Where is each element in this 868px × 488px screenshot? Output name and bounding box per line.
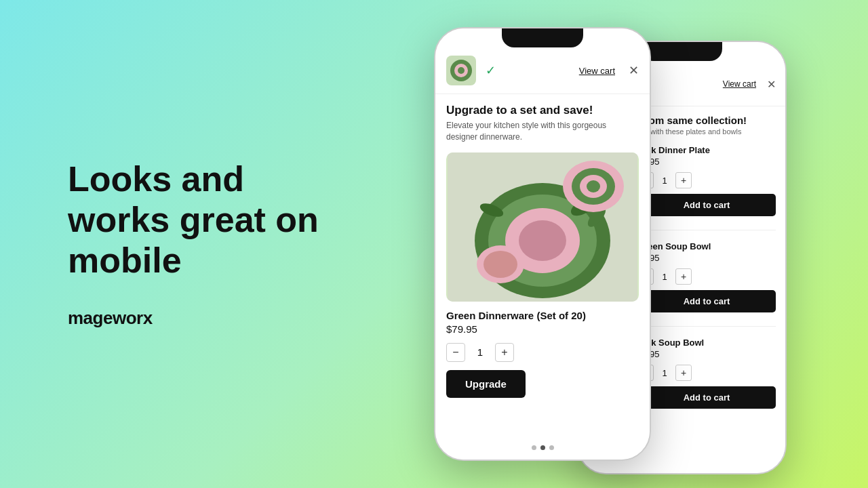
item-qty-row-1: − 1 + (637, 172, 776, 188)
qty-decrease-btn[interactable]: − (446, 343, 465, 362)
front-phone: ✓ View cart ✕ Upgrade to a set and save!… (434, 27, 651, 461)
item-qty-row-3: − 1 + (637, 365, 776, 381)
front-close-icon[interactable]: ✕ (629, 63, 639, 78)
dot-2[interactable] (540, 445, 545, 450)
item-qty-val-3: 1 (659, 368, 670, 378)
front-phone-body: Upgrade to a set and save! Elevate your … (435, 94, 650, 407)
back-view-cart-link[interactable]: View cart (723, 79, 756, 89)
add-to-cart-btn-2[interactable]: Add to cart (637, 290, 776, 312)
pagination-dots (435, 445, 650, 450)
item-info-3: Pink Soup Bowl $8.95 − 1 + Add to cart (637, 338, 776, 409)
add-to-cart-btn-1[interactable]: Add to cart (637, 194, 776, 216)
upgrade-desc: Elevate your kitchen style with this gor… (446, 120, 639, 143)
product-price: $79.95 (446, 323, 639, 335)
front-phone-notch (502, 28, 583, 47)
dot-3[interactable] (549, 445, 554, 450)
upgrade-button[interactable]: Upgrade (446, 370, 526, 398)
svg-point-3 (458, 67, 465, 74)
hero-title: Looks and works great on mobile (68, 159, 339, 281)
item-price-3: $8.95 (637, 349, 776, 359)
item-qty-increase-2[interactable]: + (675, 268, 692, 285)
item-qty-val-1: 1 (659, 176, 670, 186)
qty-row: − 1 + (446, 343, 639, 362)
dot-1[interactable] (532, 445, 536, 450)
upgrade-title: Upgrade to a set and save! (446, 104, 639, 117)
item-name-3: Pink Soup Bowl (637, 338, 776, 348)
item-info-1: Pink Dinner Plate $9.95 − 1 + Add to car… (637, 145, 776, 216)
svg-point-17 (587, 180, 600, 192)
front-phone-screen: ✓ View cart ✕ Upgrade to a set and save!… (435, 28, 650, 460)
front-view-cart-link[interactable]: View cart (579, 66, 615, 76)
back-close-icon[interactable]: ✕ (767, 78, 776, 91)
item-name-2: Green Soup Bowl (637, 241, 776, 251)
brand-logo: mageworx (68, 308, 339, 329)
front-phone-thumb (446, 56, 476, 85)
product-name: Green Dinnerware (Set of 20) (446, 310, 639, 321)
svg-point-10 (484, 251, 517, 278)
qty-value: 1 (473, 346, 487, 358)
item-qty-increase-3[interactable]: + (675, 365, 692, 381)
item-name-1: Pink Dinner Plate (637, 145, 776, 155)
item-info-2: Green Soup Bowl $8.95 − 1 + Add to cart (637, 241, 776, 312)
product-image (446, 152, 639, 302)
add-to-cart-btn-3[interactable]: Add to cart (637, 386, 776, 409)
item-price-2: $8.95 (637, 253, 776, 263)
left-section: Looks and works great on mobile mageworx (68, 159, 339, 329)
item-qty-increase-1[interactable]: + (675, 172, 692, 188)
back-phone-notch (641, 42, 722, 61)
qty-increase-btn[interactable]: + (495, 343, 514, 362)
item-qty-row-2: − 1 + (637, 268, 776, 285)
item-price-1: $9.95 (637, 157, 776, 167)
phones-container: ✓ View cart ✕ Upgrade to a set and save!… (359, 0, 868, 488)
svg-point-8 (519, 220, 566, 261)
front-check-icon: ✓ (486, 63, 496, 78)
item-qty-val-2: 1 (659, 272, 670, 282)
